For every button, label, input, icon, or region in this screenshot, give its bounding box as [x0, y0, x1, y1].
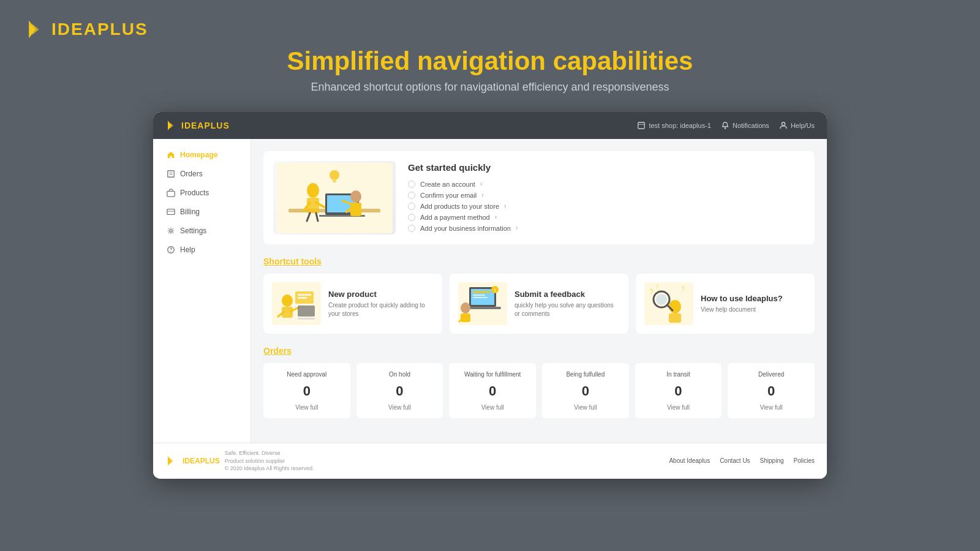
checklist-item-0[interactable]: Create an account ›	[408, 179, 518, 190]
svg-rect-41	[298, 297, 307, 299]
shortcut-card-feedback[interactable]: ! Submit a feedback quickly help you sol…	[450, 274, 628, 334]
sidebar-item-settings[interactable]: Settings	[157, 222, 247, 240]
order-view-2[interactable]: View full	[455, 404, 530, 411]
store-icon	[637, 121, 646, 130]
check-circle-0	[408, 181, 415, 188]
svg-point-35	[282, 294, 293, 307]
app-header-right: test shop: ideaplus-1 Notifications Help…	[637, 121, 815, 130]
help-svg: ? ? ?	[644, 282, 693, 325]
outer-title: Simplified navigation capabilities	[287, 47, 693, 76]
check-circle-3	[408, 214, 415, 221]
order-count-1: 0	[363, 383, 437, 399]
svg-point-32	[330, 170, 339, 180]
shortcut-tools-section: Shortcut tools	[263, 257, 815, 334]
chevron-right-3: ›	[495, 214, 497, 220]
store-selector[interactable]: test shop: ideaplus-1	[637, 121, 711, 130]
order-card-5[interactable]: Delivered 0 View full	[728, 363, 815, 418]
feedback-illustration: !	[458, 282, 507, 325]
order-view-0[interactable]: View full	[270, 404, 344, 411]
svg-point-60	[656, 294, 667, 305]
footer-logo-icon	[165, 455, 178, 467]
orders-icon	[167, 170, 175, 178]
get-started-card: Get started quickly Create an account › …	[263, 151, 815, 244]
app-logo-icon	[165, 119, 178, 132]
help-button[interactable]: Help/Us	[779, 121, 815, 130]
bell-icon	[721, 121, 729, 130]
order-count-2: 0	[455, 383, 530, 399]
svg-text:?: ?	[681, 286, 685, 293]
svg-point-16	[170, 251, 171, 252]
svg-rect-11	[167, 191, 175, 197]
checklist-label-3: Add a payment method	[420, 214, 490, 221]
feedback-svg: !	[458, 282, 507, 325]
help-illustration: ? ? ?	[644, 282, 693, 325]
order-card-0[interactable]: Need approval 0 View full	[263, 363, 350, 418]
chevron-right-4: ›	[516, 225, 518, 231]
checklist-item-4[interactable]: Add your business information ›	[408, 223, 518, 234]
svg-point-57	[669, 300, 681, 313]
svg-rect-8	[168, 171, 175, 178]
app-body: Homepage Orders Products Billing Setting…	[153, 139, 827, 443]
footer-link-about[interactable]: About Ideaplus	[669, 457, 710, 464]
check-circle-2	[408, 203, 415, 210]
footer-link-policies[interactable]: Policies	[794, 457, 815, 464]
footer-logo-text: IDEAPLUS	[183, 457, 220, 465]
order-card-2[interactable]: Waiting for fulfillment 0 View full	[449, 363, 536, 418]
main-content: Get started quickly Create an account › …	[251, 139, 827, 443]
shortcut-tools-grid: New product Create product for quickly a…	[263, 274, 815, 334]
svg-rect-33	[333, 180, 336, 182]
ideaplus-logo-icon	[24, 18, 47, 40]
get-started-content: Get started quickly Create an account › …	[408, 162, 518, 234]
svg-rect-40	[298, 294, 311, 296]
svg-rect-58	[669, 313, 681, 323]
order-view-1[interactable]: View full	[363, 404, 437, 411]
order-label-0: Need approval	[270, 370, 344, 378]
footer-link-shipping[interactable]: Shipping	[760, 457, 784, 464]
checklist-label-1: Confirm your email	[420, 192, 477, 199]
sidebar-label-orders: Orders	[180, 170, 203, 178]
order-count-5: 0	[734, 383, 809, 399]
people-illustration	[276, 163, 393, 233]
order-view-5[interactable]: View full	[734, 404, 809, 411]
shortcut-info-1: Submit a feedback quickly help you solve…	[514, 290, 620, 318]
checklist-item-1[interactable]: Confirm your email ›	[408, 190, 518, 201]
order-view-4[interactable]: View full	[641, 404, 716, 411]
svg-point-22	[307, 183, 319, 198]
help-icon	[167, 246, 175, 254]
order-count-0: 0	[270, 383, 344, 399]
svg-rect-12	[167, 209, 175, 215]
outer-header: IDEAPLUS Simplified navigation capabilit…	[24, 18, 956, 94]
sidebar-item-billing[interactable]: Billing	[157, 203, 247, 221]
shortcut-card-new-product[interactable]: New product Create product for quickly a…	[263, 274, 442, 334]
notifications-button[interactable]: Notifications	[721, 121, 769, 130]
gear-icon	[167, 227, 175, 235]
checklist-label-4: Add your business information	[420, 225, 511, 232]
svg-rect-48	[473, 294, 485, 296]
footer-link-contact[interactable]: Contact Us	[720, 457, 750, 464]
new-product-svg	[272, 282, 321, 325]
order-view-3[interactable]: View full	[548, 404, 623, 411]
sidebar-item-homepage[interactable]: Homepage	[157, 146, 247, 164]
sidebar-label-homepage: Homepage	[180, 151, 217, 159]
sidebar-item-help[interactable]: Help	[157, 241, 247, 259]
order-label-4: In transit	[641, 370, 716, 378]
order-count-3: 0	[548, 383, 623, 399]
app-logo: IDEAPLUS	[165, 119, 230, 132]
checklist-item-3[interactable]: Add a payment method ›	[408, 212, 518, 223]
svg-rect-43	[298, 318, 315, 320]
shortcut-card-help[interactable]: ? ? ? How to use Ideaplus? View help doc…	[636, 274, 815, 334]
svg-marker-66	[170, 458, 173, 464]
sidebar-item-products[interactable]: Products	[157, 184, 247, 202]
order-card-4[interactable]: In transit 0 View full	[635, 363, 722, 418]
order-card-3[interactable]: Being fulfulled 0 View full	[542, 363, 629, 418]
home-icon	[167, 151, 175, 159]
shortcut-desc-1: quickly help you solve any questions or …	[514, 301, 620, 318]
sidebar-label-help: Help	[180, 246, 195, 254]
sidebar-item-orders[interactable]: Orders	[157, 165, 247, 183]
orders-section: Orders Need approval 0 View full On hold…	[263, 346, 815, 418]
order-label-2: Waiting for fulfillment	[455, 370, 530, 378]
checklist-label-0: Create an account	[420, 181, 475, 188]
order-card-1[interactable]: On hold 0 View full	[356, 363, 443, 418]
svg-marker-3	[170, 122, 173, 129]
checklist-item-2[interactable]: Add products to your store ›	[408, 201, 518, 212]
